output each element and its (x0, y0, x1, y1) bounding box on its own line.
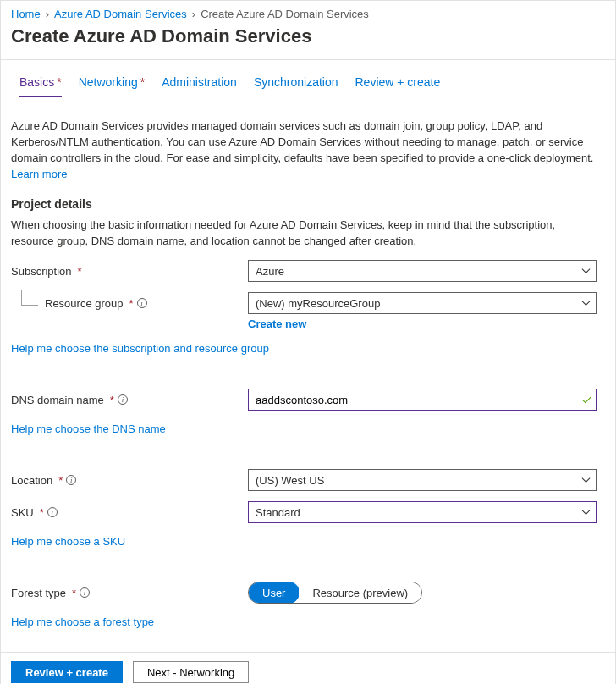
form-area: Azure AD Domain Services provides manage… (1, 97, 615, 652)
indent-connector-icon (21, 290, 38, 306)
tab-label: Basics (19, 75, 54, 89)
forest-type-label: Forest type * i (11, 587, 248, 599)
forest-type-user[interactable]: User (248, 582, 300, 604)
dns-name-label: DNS domain name * i (11, 394, 248, 406)
intro-body: Azure AD Domain Services provides manage… (11, 119, 593, 164)
info-icon[interactable]: i (80, 587, 90, 598)
tab-administration[interactable]: Administration (162, 75, 237, 97)
select-value: Standard (256, 506, 300, 519)
subscription-select[interactable]: Azure (248, 260, 597, 282)
info-icon[interactable]: i (47, 507, 58, 517)
tab-networking[interactable]: Networking* (79, 75, 145, 97)
sku-label: SKU * i (11, 506, 248, 519)
resource-group-label: Resource group * i (11, 297, 248, 310)
chevron-down-icon (582, 265, 591, 273)
resource-group-select[interactable]: (New) myResourceGroup (248, 292, 597, 314)
required-indicator: * (40, 506, 44, 519)
subscription-label: Subscription * (11, 265, 248, 278)
help-subscription-link[interactable]: Help me choose the subscription and reso… (11, 342, 597, 355)
intro-text: Azure AD Domain Services provides manage… (11, 119, 597, 182)
chevron-down-icon (582, 474, 591, 483)
sku-select[interactable]: Standard (248, 501, 597, 523)
dns-name-input[interactable] (256, 389, 572, 410)
chevron-right-icon: › (192, 8, 195, 20)
review-create-button[interactable]: Review + create (11, 661, 123, 683)
row-resource-group: Resource group * i (New) myResourceGroup (11, 292, 597, 314)
tab-basics[interactable]: Basics* (19, 75, 62, 97)
tab-review-create[interactable]: Review + create (355, 75, 441, 97)
project-details-desc: When choosing the basic information need… (11, 218, 597, 250)
row-subscription: Subscription * Azure (11, 260, 597, 282)
info-icon[interactable]: i (118, 394, 128, 405)
validation-success-icon (582, 394, 591, 404)
select-value: (US) West US (256, 474, 324, 487)
required-indicator: * (140, 75, 145, 89)
required-indicator: * (78, 265, 82, 278)
learn-more-link[interactable]: Learn more (11, 168, 67, 180)
forest-type-resource[interactable]: Resource (preview) (299, 582, 421, 603)
dns-name-input-wrap (248, 389, 597, 411)
label-text: SKU (11, 506, 34, 519)
select-value: Azure (256, 265, 284, 278)
tab-bar: Basics* Networking* Administration Synch… (1, 60, 615, 97)
tab-synchronization[interactable]: Synchronization (254, 75, 338, 97)
label-text: Location (11, 474, 52, 487)
required-indicator: * (129, 297, 134, 310)
required-indicator: * (57, 75, 61, 89)
required-indicator: * (58, 474, 63, 487)
tab-label: Networking (79, 75, 138, 89)
label-text: Resource group (45, 297, 124, 310)
row-sku: SKU * i Standard (11, 501, 597, 523)
chevron-down-icon (582, 506, 591, 515)
page-title: Create Azure AD Domain Services (1, 24, 615, 60)
chevron-right-icon: › (46, 8, 49, 20)
label-text: Forest type (11, 587, 66, 599)
project-details-heading: Project details (11, 197, 597, 211)
row-forest-type: Forest type * i User Resource (preview) (11, 582, 597, 604)
page-container: Home › Azure AD Domain Services › Create… (0, 0, 616, 684)
select-value: (New) myResourceGroup (256, 297, 380, 310)
footer-bar: Review + create Next - Networking (1, 652, 615, 684)
label-text: DNS domain name (11, 394, 104, 406)
breadcrumb: Home › Azure AD Domain Services › Create… (1, 1, 615, 24)
help-forest-link[interactable]: Help me choose a forest type (11, 615, 597, 628)
required-indicator: * (72, 587, 76, 599)
required-indicator: * (110, 394, 114, 406)
label-text: Subscription (11, 265, 72, 278)
breadcrumb-service[interactable]: Azure AD Domain Services (54, 8, 187, 20)
breadcrumb-current: Create Azure AD Domain Services (201, 8, 369, 20)
location-select[interactable]: (US) West US (248, 469, 597, 491)
create-new-link[interactable]: Create new (248, 317, 306, 330)
chevron-down-icon (582, 297, 591, 306)
help-sku-link[interactable]: Help me choose a SKU (11, 535, 597, 548)
help-dns-link[interactable]: Help me choose the DNS name (11, 422, 597, 435)
row-dns-name: DNS domain name * i (11, 389, 597, 411)
next-networking-button[interactable]: Next - Networking (133, 661, 249, 683)
row-location: Location * i (US) West US (11, 469, 597, 491)
info-icon[interactable]: i (137, 298, 147, 308)
info-icon[interactable]: i (66, 475, 76, 485)
forest-type-toggle: User Resource (preview) (248, 582, 422, 604)
breadcrumb-home[interactable]: Home (11, 8, 41, 20)
location-label: Location * i (11, 474, 248, 487)
